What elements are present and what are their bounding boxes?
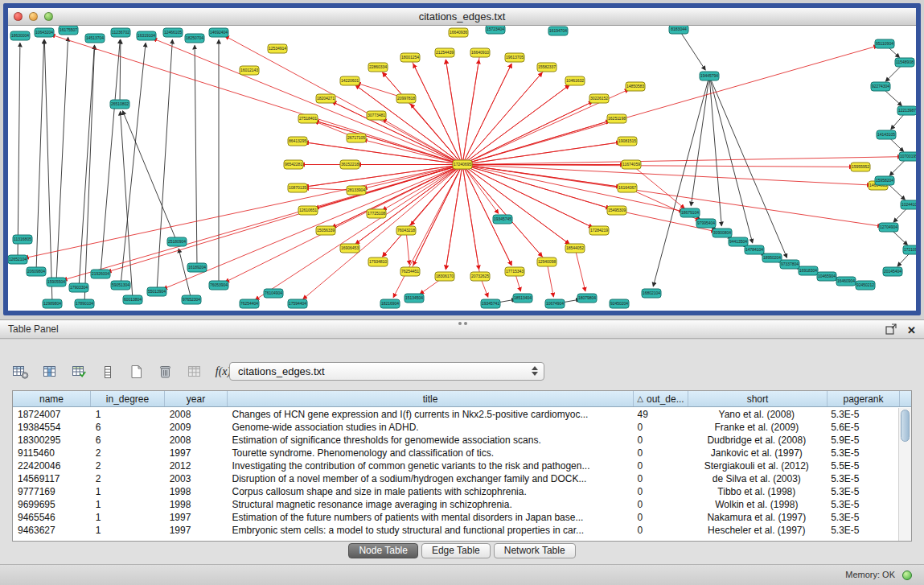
zoom-window-button[interactable]	[44, 12, 53, 21]
tab-edge-table[interactable]: Edge Table	[421, 543, 491, 558]
network-node[interactable]: 17240695	[453, 160, 472, 169]
network-node[interactable]: 26717105	[347, 134, 366, 142]
network-node[interactable]: 18216904	[380, 299, 400, 308]
network-node[interactable]: 18079804	[577, 294, 597, 303]
network-node[interactable]: 16460904	[836, 277, 856, 286]
network-node[interactable]: 76254451	[400, 267, 420, 276]
table-disabled-icon[interactable]	[183, 362, 205, 382]
network-node[interactable]: 20145404	[883, 267, 902, 276]
network-node[interactable]: 16906453	[340, 244, 359, 253]
network-node[interactable]: 14692404	[209, 28, 228, 37]
import-table-icon[interactable]	[68, 362, 89, 382]
network-node[interactable]: 22860334	[368, 63, 388, 72]
network-node[interactable]: 15955952	[851, 163, 870, 171]
network-node[interactable]: 17715343	[505, 267, 524, 276]
network-node[interactable]: 18250704	[185, 34, 204, 43]
table-row[interactable]: 1830029562008Estimation of significance …	[13, 434, 898, 447]
network-node[interactable]: 17594404	[288, 299, 307, 308]
tab-network-table[interactable]: Network Table	[494, 543, 576, 558]
network-node[interactable]: 18630004	[10, 31, 30, 40]
close-window-button[interactable]	[14, 12, 23, 21]
network-node[interactable]: 10700195	[899, 152, 916, 161]
network-node[interactable]: 94413504	[729, 237, 748, 246]
network-node[interactable]: 18306170	[435, 272, 454, 281]
column-header-out_de[interactable]: △out_de...	[634, 391, 688, 406]
network-node[interactable]: 20732625	[470, 272, 490, 281]
network-node[interactable]: 15958204	[875, 176, 894, 185]
network-node[interactable]: 92450204	[610, 299, 629, 308]
network-node[interactable]: 17934810	[368, 257, 388, 266]
network-node[interactable]: 16012143	[240, 66, 259, 75]
network-node[interactable]: 18204271	[316, 94, 335, 103]
network-node[interactable]: 76053904	[209, 281, 228, 290]
network-node[interactable]: 16640936	[449, 28, 468, 37]
minimize-window-button[interactable]	[29, 12, 38, 21]
network-node[interactable]: 14143105	[877, 130, 896, 139]
column-header-short[interactable]: short	[688, 391, 827, 406]
table-row[interactable]: 1456911722003Disruption of a novel membe…	[13, 472, 898, 485]
network-window-titlebar[interactable]: citations_edges.txt	[8, 8, 916, 26]
table-row[interactable]: 946362711997Embryonic stem cells: a mode…	[13, 524, 898, 537]
network-node[interactable]: 11674059	[622, 160, 641, 169]
network-node[interactable]: 16918304	[799, 266, 818, 275]
table-scrollbar[interactable]	[898, 408, 911, 541]
network-node[interactable]: 92274304	[871, 82, 890, 91]
network-node[interactable]: 12989804	[43, 299, 62, 308]
network-node[interactable]: 17725108	[367, 209, 386, 218]
network-node[interactable]: 12466105	[163, 28, 183, 37]
network-node[interactable]: 96542281	[284, 160, 303, 169]
network-node[interactable]: 95110904	[875, 39, 894, 48]
network-node[interactable]: 15723404	[486, 26, 505, 34]
show-columns-icon[interactable]	[39, 362, 60, 382]
network-node[interactable]: 25180904	[167, 237, 187, 246]
network-node[interactable]: 92450212	[856, 281, 875, 290]
delete-icon[interactable]	[154, 362, 176, 382]
network-canvas[interactable]: 1724069511674059161643671549530917284219…	[8, 26, 916, 310]
float-panel-icon[interactable]	[885, 323, 897, 338]
network-node[interactable]: 16164367	[618, 183, 637, 192]
network-node[interactable]: 97337804	[780, 260, 799, 269]
network-node[interactable]: 12704904	[879, 223, 898, 232]
column-header-pagerank[interactable]: pagerank	[827, 391, 900, 406]
network-node[interactable]: 8183044	[669, 26, 688, 34]
new-document-icon[interactable]	[125, 362, 147, 382]
network-node[interactable]: 10674904	[545, 299, 565, 308]
network-node[interactable]: 30226152	[589, 94, 609, 103]
network-node[interactable]: 12213987	[897, 106, 916, 115]
table-row[interactable]: 1938455462009Genome-wide association stu…	[13, 421, 898, 434]
network-node[interactable]: 16251198	[607, 114, 626, 123]
network-node[interactable]: 28133904	[347, 186, 366, 195]
network-node[interactable]: 18950204	[762, 253, 782, 262]
network-node[interactable]: 18513404	[513, 294, 532, 303]
network-node[interactable]: 11548908	[895, 58, 914, 67]
table-row[interactable]: 977716911998Corpus callosum shape and si…	[13, 485, 898, 498]
column-header-in_degree[interactable]: in_degree	[91, 391, 165, 406]
network-node[interactable]: 17903304	[69, 283, 88, 292]
network-select-dropdown[interactable]: citations_edges.txt	[229, 362, 544, 381]
network-node[interactable]: 76254404	[240, 299, 259, 308]
network-node[interactable]: 59051304	[111, 281, 130, 290]
network-node[interactable]: 16640910	[470, 48, 490, 57]
table-row[interactable]: 946554611997Estimation of the future num…	[13, 511, 898, 524]
network-node[interactable]: 16189204	[187, 263, 207, 272]
network-node[interactable]: 14513704	[85, 34, 105, 43]
network-node[interactable]: 14850583	[626, 82, 645, 91]
network-node[interactable]: 15134504	[405, 294, 424, 303]
network-node[interactable]: 60013804	[123, 295, 142, 304]
network-node[interactable]: 12652104	[8, 255, 27, 264]
network-node[interactable]: 17284219	[589, 226, 609, 235]
network-node[interactable]: 10244104	[901, 200, 916, 209]
network-node[interactable]: 11316805	[13, 235, 32, 244]
close-panel-icon[interactable]: ✕	[907, 325, 916, 336]
network-node[interactable]: 12610651	[298, 206, 318, 215]
network-node[interactable]: 97652304	[182, 295, 201, 304]
scrollbar-thumb[interactable]	[901, 410, 910, 442]
column-header-title[interactable]: title	[228, 391, 634, 406]
network-node[interactable]: 36152218	[340, 160, 359, 169]
network-node[interactable]: 18001254	[400, 53, 420, 62]
table-row[interactable]: 1872400712008Changes of HCN gene express…	[13, 408, 898, 421]
network-node[interactable]: 15495309	[607, 206, 626, 215]
network-node[interactable]: 27518401	[298, 114, 318, 123]
network-node[interactable]: 15905504	[47, 278, 66, 286]
network-node[interactable]: 30773481	[367, 111, 386, 120]
